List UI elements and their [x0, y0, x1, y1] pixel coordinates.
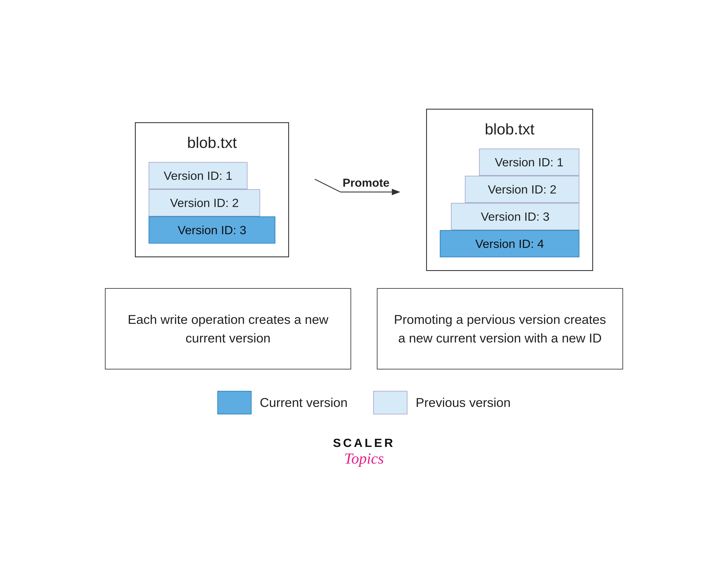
right-text-box: Promoting a pervious version creates a n… [377, 288, 623, 370]
right-text-content: Promoting a pervious version creates a n… [390, 310, 610, 347]
legend-row: Current version Previous version [217, 391, 511, 414]
left-version-3: Version ID: 3 [148, 217, 275, 243]
right-version-4: Version ID: 4 [440, 230, 580, 257]
page-wrapper: blob.txt Version ID: 1 Version ID: 2 Ver… [21, 21, 707, 556]
left-blob-title: blob.txt [148, 134, 275, 151]
prev-legend-label: Previous version [416, 395, 511, 410]
left-versions-stack: Version ID: 1 Version ID: 2 Version ID: … [148, 162, 275, 243]
right-version-1: Version ID: 1 [479, 148, 580, 176]
diagrams-row: blob.txt Version ID: 1 Version ID: 2 Ver… [135, 109, 593, 271]
scaler-topics-text: Topics [344, 450, 384, 467]
right-version-2: Version ID: 2 [465, 176, 580, 203]
current-legend-item: Current version [217, 391, 347, 414]
svg-marker-2 [392, 189, 400, 195]
promote-area: Promote [315, 175, 400, 205]
right-blob-title: blob.txt [440, 120, 580, 138]
right-versions-stack: Version ID: 1 Version ID: 2 Version ID: … [440, 148, 580, 257]
svg-text:Promote: Promote [343, 176, 390, 189]
left-blob-container: blob.txt Version ID: 1 Version ID: 2 Ver… [135, 122, 289, 257]
left-version-1: Version ID: 1 [148, 162, 248, 189]
scaler-logo: SCALER Topics [333, 436, 395, 467]
prev-legend-box [373, 391, 408, 414]
current-legend-label: Current version [260, 395, 347, 410]
promote-arrow-svg: Promote [315, 175, 400, 205]
previous-legend-item: Previous version [373, 391, 511, 414]
svg-line-0 [315, 179, 340, 192]
left-text-content: Each write operation creates a new curre… [118, 310, 338, 347]
text-boxes-row: Each write operation creates a new curre… [105, 288, 623, 370]
left-version-2: Version ID: 2 [148, 189, 260, 217]
left-text-box: Each write operation creates a new curre… [105, 288, 351, 370]
right-blob-container: blob.txt Version ID: 1 Version ID: 2 Ver… [426, 109, 593, 271]
current-legend-box [217, 391, 252, 414]
scaler-top-text: SCALER [333, 436, 395, 450]
right-version-3: Version ID: 3 [451, 203, 580, 230]
